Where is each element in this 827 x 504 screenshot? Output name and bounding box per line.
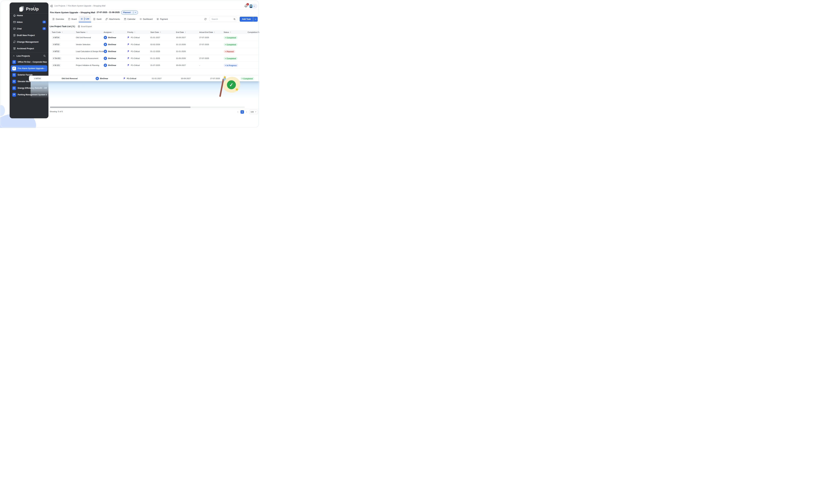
assignee: BBinOmar (104, 64, 127, 67)
priority: P1-Critical (124, 77, 136, 80)
table-row[interactable]: # MT03Vendor SelectionBBinOmarP1-Critica… (50, 41, 259, 48)
column-header-task-name[interactable]: Task Name↑ (76, 31, 104, 34)
page-size-dropdown[interactable]: 100 (249, 110, 258, 114)
tab-list[interactable]: List (79, 16, 91, 22)
refresh-icon[interactable] (204, 18, 207, 20)
assignee-avatar: B (96, 77, 99, 80)
column-header-completion-progress[interactable]: Completion Progress (248, 31, 259, 33)
pagination-prev-icon[interactable] (237, 111, 239, 113)
actual-end-date: - (199, 64, 224, 66)
task-code-chip: # MT03 (52, 43, 60, 46)
end-date: 31-05-2026 (176, 57, 199, 59)
column-header-start-date[interactable]: Start Date↑ (150, 31, 176, 34)
table-header: Task Code↑Task Name↑Assignee↑Priority↑St… (50, 30, 259, 34)
collapse-sidebar-icon[interactable] (50, 4, 53, 8)
chat-icon (13, 27, 16, 30)
priority: P1-Critical (127, 57, 150, 59)
task-name: Site Survey & Assessment (76, 57, 104, 59)
column-label: Task Name (76, 31, 86, 33)
scrollbar-thumb[interactable] (50, 107, 191, 108)
sort-arrow-icon[interactable]: ↑ (112, 31, 113, 34)
add-task-button[interactable]: Add Task (240, 17, 253, 22)
sidebar-section-live-projects[interactable]: Live Projects (10, 53, 48, 59)
search-icon[interactable] (233, 18, 236, 20)
list-header: Live Project Task List ( 5 ) Excel Expor… (50, 24, 92, 29)
sidebar-item-home[interactable]: Home (10, 12, 48, 19)
table-row[interactable]: # MT04Old Unit RemovalBBinOmarP1-Critica… (50, 34, 259, 41)
sidebar-project-office-fit-out-corporate-head[interactable]: OOffice Fit-Out – Corporate Head... (10, 59, 48, 65)
page-number[interactable]: 1 (241, 110, 244, 114)
tab-board[interactable]: Board (66, 16, 79, 22)
badge-count: 0 (43, 27, 46, 30)
sort-arrow-icon[interactable]: ↑ (134, 31, 135, 34)
chevron-down-icon (253, 5, 255, 7)
column-header-assignee[interactable]: Assignee↑ (104, 31, 127, 34)
excel-export-icon[interactable] (78, 25, 80, 27)
tab-calendar[interactable]: Calendar (122, 16, 138, 22)
bell-icon[interactable]: 0 (244, 4, 248, 8)
search-input[interactable] (211, 18, 233, 20)
assignee: BBinOmar (104, 43, 127, 46)
tab-gantt[interactable]: Gantt (91, 16, 103, 22)
status-label: In Progress (227, 64, 237, 66)
table-row[interactable]: # TA-001Site Survey & AssessmentBBinOmar… (50, 55, 259, 62)
sidebar-item-change-management[interactable]: Change Management (10, 39, 48, 45)
sidebar-item-label: Chat (17, 27, 22, 30)
priority-label: P1-Critical (127, 77, 136, 79)
table-row[interactable]: # MT02Load Calculation & Design ReviewBB… (50, 48, 259, 55)
assignee-name: BinOmar (100, 77, 108, 79)
project-status-dropdown[interactable]: Planned (121, 10, 138, 14)
user-menu[interactable] (249, 4, 257, 8)
pagination-next-icon[interactable] (245, 111, 248, 113)
status-label: Completed (227, 44, 236, 46)
status-dot (225, 37, 226, 38)
sort-arrow-icon[interactable]: ↑ (87, 31, 88, 34)
priority-label: P1-Critical (131, 37, 140, 39)
logo-text: ProU↑p (26, 7, 39, 11)
status-dot (225, 58, 226, 59)
sort-arrow-icon[interactable]: ↑ (214, 31, 215, 34)
tab-dashboard[interactable]: Dashboard (138, 16, 155, 22)
sidebar-project-fire-alarm-system-upgrade-sh[interactable]: FFire Alarm System Upgrade – Sh... (11, 65, 47, 71)
page-title: Fire Alarm System Upgrade – Shopping Mal… (50, 11, 95, 14)
priority-label: P1-Critical (131, 44, 140, 46)
column-header-status[interactable]: Status↑ (224, 31, 248, 34)
sort-arrow-icon[interactable]: ↑ (185, 31, 186, 34)
pagination: 1 100 (237, 110, 258, 114)
avatar (249, 4, 253, 8)
drag-card[interactable]: # MT04 Old Unit Removal B BinOmar P1-Cri… (29, 76, 259, 81)
sidebar-item-chat[interactable]: Chat0 (10, 25, 48, 32)
search-icon[interactable] (43, 55, 46, 57)
priority-flag-icon (127, 64, 130, 66)
footer: Showing: 5 of 5 1 100 (50, 109, 259, 115)
excel-export-label[interactable]: Excel Export (81, 25, 92, 27)
tab-attachments[interactable]: Attachments (103, 16, 122, 22)
dashboard-icon (139, 18, 142, 20)
add-task-dropdown-button[interactable] (253, 17, 258, 22)
overview-icon (52, 18, 55, 20)
task-code-chip: # M-101 (52, 64, 61, 67)
sidebar-item-archived-project[interactable]: Archived Project (10, 45, 48, 52)
app-logo[interactable]: ProU↑p (10, 5, 48, 13)
column-header-end-date[interactable]: End Date↑ (176, 31, 199, 34)
project-initial-chip: P (12, 93, 16, 97)
column-header-task-code[interactable]: Task Code↑ (52, 31, 76, 34)
table-row[interactable]: # M-101Project Initiation & PlanningBBin… (50, 62, 259, 69)
sort-arrow-icon[interactable]: ↑ (160, 31, 161, 34)
status-badge: Planned (224, 50, 235, 53)
column-header-actual-end-date[interactable]: Actual End Date↑ (199, 31, 224, 34)
breadcrumb-live-projects[interactable]: Live Projects (54, 5, 65, 7)
tab-label: Gantt (97, 18, 101, 20)
page-size-value: 100 (251, 111, 254, 113)
tab-overview[interactable]: Overview (50, 16, 66, 22)
sort-arrow-icon[interactable]: ↑ (230, 31, 231, 34)
sidebar-item-draft-new-project[interactable]: Draft New Project (10, 32, 48, 39)
column-header-priority[interactable]: Priority↑ (127, 31, 150, 34)
tab-payment[interactable]: Payment (154, 16, 170, 22)
chevron-down-icon (135, 11, 137, 13)
sidebar-item-inbox[interactable]: Inbox0 (10, 19, 48, 25)
sort-arrow-icon[interactable]: ↑ (62, 31, 63, 34)
project-initial-chip: E (12, 80, 16, 83)
status-dot (242, 78, 242, 79)
breadcrumb-current[interactable]: Fire Alarm System Upgrade – Shopping Mal… (68, 5, 105, 7)
